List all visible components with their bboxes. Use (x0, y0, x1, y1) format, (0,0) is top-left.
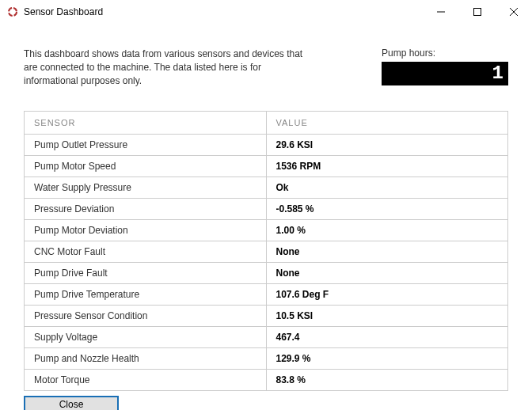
sensor-name-cell: Motor Torque (25, 370, 267, 391)
sensor-value-cell: 129.9 % (266, 348, 508, 370)
table-header-row: SENSOR VALUE (25, 112, 508, 135)
sensor-table-wrap: SENSOR VALUE Pump Outlet Pressure29.6 KS… (24, 111, 508, 391)
table-row: Pressure Sensor Condition10.5 KSI (25, 306, 508, 327)
sensor-name-cell: Pump Drive Fault (25, 263, 267, 284)
sensor-name-cell: CNC Motor Fault (25, 241, 267, 263)
sensor-value-cell: Ok (266, 177, 508, 199)
pump-hours-block: Pump hours: 1 (382, 47, 508, 87)
footer: Close (24, 391, 508, 410)
sensor-name-cell: Pump and Nozzle Health (25, 348, 267, 370)
sensor-name-cell: Pressure Deviation (25, 199, 267, 220)
dashboard-description: This dashboard shows data from various s… (24, 47, 317, 87)
sensor-value-cell: 467.4 (266, 327, 508, 348)
table-row: Pump Outlet Pressure29.6 KSI (25, 135, 508, 156)
sensor-name-cell: Pressure Sensor Condition (25, 306, 267, 327)
sensor-value-cell: -0.585 % (266, 199, 508, 220)
table-row: Pump Motor Speed1536 RPM (25, 156, 508, 177)
titlebar: Sensor Dashboard (0, 0, 532, 24)
table-row: Pressure Deviation-0.585 % (25, 199, 508, 220)
header-sensor: SENSOR (25, 112, 267, 135)
sensor-name-cell: Pump Outlet Pressure (25, 135, 267, 156)
table-row: Pump Motor Deviation1.00 % (25, 220, 508, 241)
pump-hours-label: Pump hours: (382, 47, 508, 59)
table-row: Pump Drive FaultNone (25, 263, 508, 284)
sensor-value-cell: 83.8 % (266, 370, 508, 391)
top-row: This dashboard shows data from various s… (24, 47, 508, 87)
svg-rect-2 (474, 9, 481, 16)
close-button[interactable]: Close (24, 396, 119, 410)
header-value: VALUE (266, 112, 508, 135)
sensor-name-cell: Pump Motor Speed (25, 156, 267, 177)
maximize-button[interactable] (459, 0, 496, 24)
sensor-table: SENSOR VALUE Pump Outlet Pressure29.6 KS… (24, 111, 508, 391)
content-area: This dashboard shows data from various s… (0, 24, 532, 410)
app-icon (6, 6, 19, 18)
sensor-name-cell: Pump Motor Deviation (25, 220, 267, 241)
table-row: Supply Voltage467.4 (25, 327, 508, 348)
table-row: CNC Motor FaultNone (25, 241, 508, 263)
pump-hours-value: 1 (382, 62, 508, 85)
table-row: Pump and Nozzle Health129.9 % (25, 348, 508, 370)
svg-point-0 (9, 8, 17, 16)
table-row: Water Supply PressureOk (25, 177, 508, 199)
sensor-value-cell: None (266, 263, 508, 284)
sensor-value-cell: None (266, 241, 508, 263)
minimize-button[interactable] (423, 0, 459, 24)
table-row: Motor Torque83.8 % (25, 370, 508, 391)
dashboard-window: Sensor Dashboard This dashboard shows da… (0, 0, 532, 410)
sensor-value-cell: 1.00 % (266, 220, 508, 241)
sensor-value-cell: 29.6 KSI (266, 135, 508, 156)
window-title: Sensor Dashboard (24, 6, 423, 17)
sensor-value-cell: 107.6 Deg F (266, 284, 508, 306)
sensor-name-cell: Supply Voltage (25, 327, 267, 348)
sensor-name-cell: Pump Drive Temperature (25, 284, 267, 306)
table-row: Pump Drive Temperature107.6 Deg F (25, 284, 508, 306)
close-window-button[interactable] (496, 0, 532, 24)
sensor-name-cell: Water Supply Pressure (25, 177, 267, 199)
window-controls (423, 0, 532, 24)
sensor-value-cell: 10.5 KSI (266, 306, 508, 327)
sensor-value-cell: 1536 RPM (266, 156, 508, 177)
